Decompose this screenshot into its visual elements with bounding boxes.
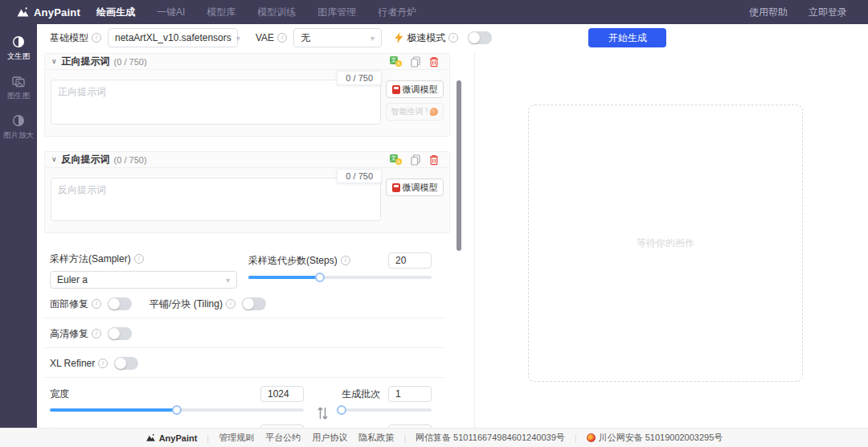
negative-char-count-badge: 0 / 750 <box>337 169 382 183</box>
footer-brand: AnyPaint <box>145 433 198 443</box>
form-scrollbar[interactable] <box>457 80 461 251</box>
steps-label: 采样迭代步数(Steps) i <box>248 254 350 267</box>
positive-prompt-counter: (0 / 750) <box>114 57 147 67</box>
main-area: 基础模型 i netaArtXL_v10.safetensors ▾ VAE i… <box>37 24 868 428</box>
tiling-toggle[interactable] <box>242 297 266 310</box>
steps-slider[interactable] <box>248 276 432 279</box>
info-icon[interactable]: i <box>98 359 108 368</box>
sidebar-item-label: 文生图 <box>1 51 36 61</box>
width-slider[interactable] <box>50 408 304 412</box>
batch-count-label: 生成批次 <box>342 388 380 401</box>
copy-icon[interactable] <box>411 56 420 68</box>
preview-panel: 等待你的画作 <box>474 51 868 428</box>
positive-prompt-input[interactable] <box>51 80 381 125</box>
left-sidebar: 文生图 图生图 图片放大 <box>0 24 37 428</box>
negative-prompt-card: ∨ 反向提示词 (0 / 750) 文 A <box>44 151 450 233</box>
nav-item-paint-generate[interactable]: 绘画生成 <box>96 6 135 19</box>
brand-logo[interactable]: AnyPaint <box>16 6 85 18</box>
footer-link-convention[interactable]: 平台公约 <box>265 432 301 444</box>
nav-item-one-click-ai[interactable]: 一键AI <box>157 6 185 19</box>
vae-select[interactable]: 无 ▾ <box>293 28 382 47</box>
sampler-label: 采样方法(Sampler) i <box>50 252 237 265</box>
batch-count-slider-handle[interactable] <box>337 405 346 415</box>
model-toolbar: 基础模型 i netaArtXL_v10.safetensors ▾ VAE i… <box>37 24 868 51</box>
swap-width-height-button[interactable] <box>304 386 342 428</box>
collapse-chevron-icon[interactable]: ∨ <box>51 156 57 163</box>
copy-icon[interactable] <box>411 154 420 166</box>
collapse-chevron-icon[interactable]: ∨ <box>51 58 57 65</box>
login-link[interactable]: 立即登录 <box>809 6 847 19</box>
vae-label: VAE i <box>256 32 287 43</box>
nav-item-xingzhe-danlu[interactable]: 行者丹炉 <box>378 6 416 19</box>
positive-prompt-card: ∨ 正向提示词 (0 / 750) 文 A <box>44 53 450 137</box>
chevron-down-icon: ▾ <box>371 34 375 43</box>
vae-value: 无 <box>301 31 310 45</box>
finetune-model-button[interactable]: 微调模型 <box>386 80 444 98</box>
xl-refiner-label: XL Refiner i <box>50 357 108 370</box>
tiling-label: 平铺/分块 (Tiling) i <box>149 297 235 310</box>
nav-item-model-training[interactable]: 模型训练 <box>257 6 296 19</box>
base-model-label: 基础模型 i <box>50 31 101 45</box>
page-footer: AnyPaint | 管理规则 平台公约 用户协议 隐私政策 | 网信算备 51… <box>0 428 868 447</box>
brand-name: AnyPaint <box>34 6 80 18</box>
trash-icon[interactable] <box>429 154 439 166</box>
translate-icon[interactable]: 文 A <box>390 154 402 165</box>
info-icon[interactable]: i <box>134 254 144 264</box>
turbo-mode-group: 极速模式 i <box>395 31 492 45</box>
finetune-model-button[interactable]: 微调模型 <box>386 178 444 196</box>
info-icon[interactable]: i <box>92 329 101 338</box>
swap-arrows-icon <box>317 405 329 421</box>
face-restore-label: 面部修复 i <box>50 297 101 310</box>
nav-item-gallery-manage[interactable]: 图库管理 <box>317 6 356 19</box>
base-model-select[interactable]: netaArtXL_v10.safetensors ▾ <box>108 28 238 47</box>
info-icon[interactable]: i <box>341 256 350 265</box>
divider <box>44 377 445 378</box>
batch-count-slider[interactable] <box>342 408 432 412</box>
footer-police-record[interactable]: 川公网安备 51019002003295号 <box>587 432 723 444</box>
smart-prompt-button[interactable]: 智能生词 ! <box>386 103 444 121</box>
hires-fix-toggle[interactable] <box>108 327 132 340</box>
sidebar-item-image-upscale[interactable]: 图片放大 <box>0 114 37 141</box>
steps-input[interactable] <box>388 252 432 269</box>
width-label: 宽度 <box>50 388 69 401</box>
width-control: 宽度 <box>50 386 304 412</box>
nav-item-model-library[interactable]: 模型库 <box>207 6 235 19</box>
xl-refiner-toggle[interactable] <box>114 357 138 370</box>
sampler-select[interactable]: Euler a ▾ <box>50 271 237 289</box>
spark-hand-icon <box>430 108 438 116</box>
help-link[interactable]: 使用帮助 <box>749 6 788 19</box>
start-generate-button[interactable]: 开始生成 <box>588 28 666 47</box>
turbo-mode-toggle[interactable] <box>468 31 492 44</box>
sampler-value: Euler a <box>57 274 88 285</box>
model-book-icon <box>392 183 400 192</box>
footer-link-privacy[interactable]: 隐私政策 <box>358 432 394 444</box>
negative-prompt-input[interactable] <box>51 178 381 221</box>
batch-count-control: 生成批次 <box>342 386 432 412</box>
info-icon[interactable]: i <box>226 299 235 309</box>
hires-fix-label: 高清修复 i <box>50 327 101 340</box>
info-icon[interactable]: i <box>277 33 287 43</box>
info-icon[interactable]: i <box>448 33 458 43</box>
translate-icon[interactable]: 文 A <box>390 56 402 67</box>
footer-link-rules[interactable]: 管理规则 <box>219 432 254 444</box>
divider: | <box>575 433 577 443</box>
trash-icon[interactable] <box>429 56 439 68</box>
image-to-image-icon <box>12 75 25 88</box>
info-icon[interactable]: i <box>92 299 101 309</box>
image-upscale-icon <box>12 114 25 127</box>
base-model-value: netaArtXL_v10.safetensors <box>115 32 231 43</box>
width-input[interactable] <box>260 386 304 402</box>
sidebar-item-text-to-image[interactable]: 文生图 <box>0 35 37 62</box>
info-icon[interactable]: i <box>92 33 101 43</box>
footer-link-user-agreement[interactable]: 用户协议 <box>312 432 347 444</box>
empty-result-text: 等待你的画作 <box>637 236 694 250</box>
face-restore-toggle[interactable] <box>108 297 132 310</box>
police-badge-icon <box>587 433 596 442</box>
steps-slider-handle[interactable] <box>315 273 325 282</box>
sidebar-item-image-to-image[interactable]: 图生图 <box>0 75 37 101</box>
sidebar-item-label: 图生图 <box>1 90 36 100</box>
batch-count-input[interactable] <box>388 386 432 402</box>
width-slider-handle[interactable] <box>172 405 182 415</box>
footer-icp-number: 网信算备 510116674984601240039号 <box>416 432 565 444</box>
main-nav: 绘画生成 一键AI 模型库 模型训练 图库管理 行者丹炉 <box>96 6 416 19</box>
